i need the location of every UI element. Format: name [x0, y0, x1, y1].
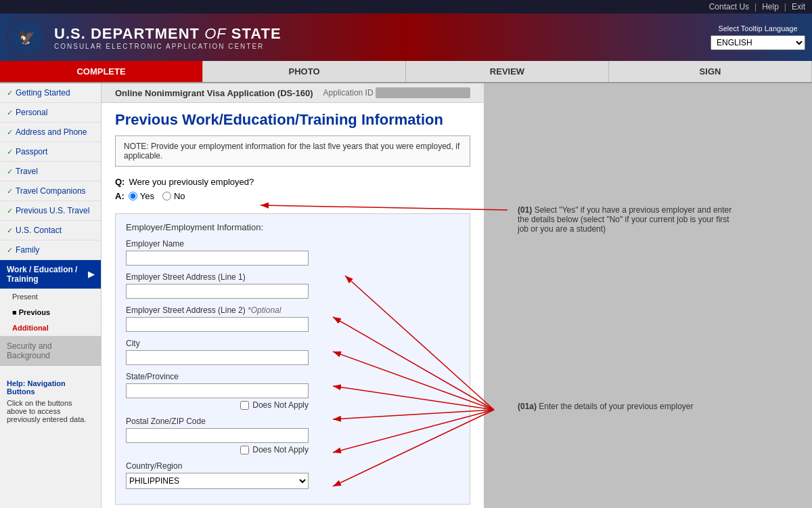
- nav-tabs: COMPLETE PHOTO REVIEW SIGN: [0, 61, 812, 83]
- radio-no[interactable]: [162, 192, 171, 200]
- postal-input[interactable]: [126, 428, 309, 443]
- city-label: City: [126, 339, 459, 348]
- question-text: Were you previously employed?: [129, 177, 254, 187]
- street-line1-label: Employer Street Address (Line 1): [126, 272, 459, 282]
- check-icon: ✓: [7, 148, 13, 156]
- radio-no-option[interactable]: No: [162, 191, 185, 201]
- tab-review[interactable]: REVIEW: [406, 61, 609, 82]
- check-icon: ✓: [7, 226, 13, 235]
- sidebar-label-us-contact: U.S. Contact: [16, 226, 62, 235]
- annotation-01a-num: (01a): [518, 402, 537, 411]
- employer-name-label: Employer Name: [126, 239, 459, 249]
- annotation-01a-text: Enter the details of your previous emplo…: [539, 402, 693, 411]
- sidebar-item-travel-companions[interactable]: ✓ Travel Companions: [0, 182, 101, 201]
- exit-link[interactable]: Exit: [792, 2, 805, 12]
- state-does-not-apply-row: Does Not Apply: [126, 400, 309, 410]
- street-line2-group: Employer Street Address (Line 2) *Option…: [126, 305, 459, 332]
- sidebar-help: Help: Navigation Buttons Click on the bu…: [0, 373, 101, 430]
- state-does-not-apply-checkbox[interactable]: [240, 401, 249, 410]
- application-id: Application ID XXXXXXXXXX: [323, 87, 470, 98]
- sidebar-label-previous-us-travel: Previous U.S. Travel: [16, 206, 89, 215]
- employer-box: Employer/Employment Information: Employe…: [115, 213, 470, 505]
- q-label: Q:: [115, 177, 125, 187]
- language-label: Select Tooltip Language: [718, 24, 797, 33]
- annotation-01: (01) Select "Yes" if you have a previous…: [518, 205, 734, 234]
- sidebar-label-work-education: Work / Education / Training: [7, 265, 85, 284]
- sidebar-item-us-contact[interactable]: ✓ U.S. Contact: [0, 221, 101, 240]
- street-line2-input[interactable]: [126, 317, 309, 332]
- tab-sign[interactable]: SIGN: [609, 61, 812, 82]
- postal-does-not-apply-checkbox[interactable]: [240, 446, 249, 454]
- annotation-01-num: (01): [518, 205, 532, 215]
- site-header: 🦅 U.S. Department of State CONSULAR ELEC…: [0, 14, 812, 61]
- country-select[interactable]: PHILIPPINES: [126, 473, 309, 489]
- sidebar-label-travel: Travel: [16, 167, 38, 176]
- employer-name-input[interactable]: [126, 251, 309, 266]
- state-group: State/Province Does Not Apply: [126, 372, 459, 410]
- annotation-01-text: Select "Yes" if you have a previous empl…: [518, 205, 731, 234]
- sidebar-item-personal[interactable]: ✓ Personal: [0, 103, 101, 123]
- a-label: A:: [115, 191, 125, 201]
- state-input[interactable]: [126, 383, 309, 398]
- sidebar-item-passport[interactable]: ✓ Passport: [0, 142, 101, 162]
- radio-yes[interactable]: [129, 192, 137, 200]
- tab-photo[interactable]: PHOTO: [203, 61, 406, 82]
- sidebar-label-personal: Personal: [16, 108, 47, 117]
- street-line1-group: Employer Street Address (Line 1): [126, 272, 459, 299]
- sidebar-sub-additional[interactable]: Additional: [0, 320, 101, 336]
- sidebar-item-travel[interactable]: ✓ Travel: [0, 162, 101, 182]
- help-link[interactable]: Help: [762, 2, 779, 12]
- sidebar-item-address-phone[interactable]: ✓ Address and Phone: [0, 123, 101, 142]
- sidebar-item-security: Security and Background: [0, 337, 101, 366]
- app-header-bar: Online Nonimmigrant Visa Application (DS…: [102, 83, 484, 103]
- check-icon: ✓: [7, 89, 13, 98]
- sidebar-label-travel-companions: Travel Companions: [16, 186, 86, 196]
- bullet-icon: ■: [12, 308, 19, 316]
- state-does-not-apply-label: Does Not Apply: [252, 400, 309, 410]
- department-title: U.S. Department of State CONSULAR ELECTR…: [54, 25, 702, 50]
- radio-group: Yes No: [129, 191, 185, 201]
- postal-label: Postal Zone/ZIP Code: [126, 417, 459, 426]
- eagle-seal-icon: 🦅: [7, 18, 46, 57]
- annotation-01a: (01a) Enter the details of your previous…: [518, 402, 707, 411]
- tab-complete[interactable]: COMPLETE: [0, 61, 203, 82]
- check-icon: ✓: [7, 207, 13, 215]
- language-select[interactable]: ENGLISH ESPAÑOL FRANÇAIS 中文 日本語: [710, 35, 805, 50]
- sidebar-item-getting-started[interactable]: ✓ Getting Started: [0, 83, 101, 103]
- radio-yes-option[interactable]: Yes: [129, 191, 154, 201]
- sidebar-label-address-phone: Address and Phone: [16, 127, 87, 137]
- employer-name-group: Employer Name: [126, 239, 459, 266]
- check-icon: ✓: [7, 128, 13, 137]
- sidebar-label-passport: Passport: [16, 147, 47, 156]
- contact-us-link[interactable]: Contact Us: [709, 2, 749, 12]
- radio-yes-label: Yes: [140, 191, 154, 201]
- sidebar-sub-present[interactable]: Present: [0, 289, 101, 305]
- question-row: Q: Were you previously employed?: [115, 177, 470, 187]
- annotation-area: (01) Select "Yes" if you have a previous…: [484, 83, 812, 508]
- note-box: NOTE: Provide your employment informatio…: [115, 135, 470, 167]
- sidebar-item-previous-us-travel[interactable]: ✓ Previous U.S. Travel: [0, 201, 101, 221]
- country-group: Country/Region PHILIPPINES: [126, 461, 459, 489]
- answer-row: A: Yes No: [115, 191, 470, 208]
- sidebar: ✓ Getting Started ✓ Personal ✓ Address a…: [0, 83, 102, 508]
- city-input[interactable]: [126, 350, 309, 365]
- country-label: Country/Region: [126, 461, 459, 471]
- state-label: State/Province: [126, 372, 459, 381]
- page-title: Previous Work/Education/Training Informa…: [115, 111, 470, 129]
- sidebar-label-family: Family: [16, 245, 39, 255]
- city-group: City: [126, 339, 459, 365]
- check-icon: ✓: [7, 108, 13, 117]
- street-line2-label: Employer Street Address (Line 2) *Option…: [126, 305, 459, 315]
- sidebar-sub-previous[interactable]: ■ Previous: [0, 305, 101, 320]
- street-line1-input[interactable]: [126, 284, 309, 299]
- sidebar-item-work-education[interactable]: Work / Education / Training ▶: [0, 260, 101, 289]
- app-id-value: XXXXXXXXXX: [376, 87, 470, 98]
- postal-group: Postal Zone/ZIP Code Does Not Apply: [126, 417, 459, 454]
- language-selector-container: Select Tooltip Language ENGLISH ESPAÑOL …: [710, 24, 805, 50]
- check-icon: ✓: [7, 246, 13, 255]
- postal-does-not-apply-row: Does Not Apply: [126, 445, 309, 454]
- arrow-icon: ▶: [88, 270, 94, 279]
- sidebar-label-getting-started: Getting Started: [16, 88, 70, 98]
- sidebar-item-family[interactable]: ✓ Family: [0, 240, 101, 260]
- top-bar: Contact Us | Help | Exit: [0, 0, 812, 14]
